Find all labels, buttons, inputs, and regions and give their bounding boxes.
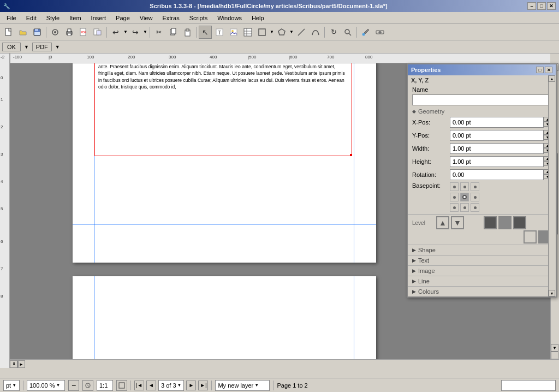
bezier-tool-button[interactable] [309,26,322,39]
shape-tool-button[interactable] [255,26,269,39]
status-sep-2 [130,381,131,390]
text-frame-1[interactable]: ante. Praesent faucibus dignissim enim. … [94,63,352,156]
paste-button[interactable] [181,26,194,39]
menu-help[interactable]: Help [247,14,269,22]
bp-topright[interactable] [471,182,479,191]
scroll-right-button[interactable]: ► [17,360,25,368]
colours-section[interactable]: ▶ Colours [408,286,556,296]
image-tool-button[interactable] [227,26,240,39]
props-scroll-track[interactable] [549,82,556,290]
zoom-fit-button[interactable] [82,380,93,391]
layer-combo[interactable]: My new layer ▼ [215,380,270,391]
props-scroll-down[interactable]: ▼ [549,290,555,296]
page-prev-button[interactable]: ◄ [146,381,156,390]
print-button[interactable] [63,26,76,39]
polygon-dropdown[interactable]: ▼ [289,26,294,39]
pdf-export-button[interactable] [91,26,104,39]
bp-topleft[interactable] [450,182,459,191]
menu-insert[interactable]: Insert [87,14,111,22]
level-sq-dark2[interactable] [513,216,526,229]
shape-section[interactable]: ▶ Shape [408,245,556,255]
svg-rect-7 [68,29,71,32]
height-value[interactable]: 1.00 pt [450,156,544,167]
page-display[interactable]: 3 of 3 ▼ [158,380,184,391]
undo-button[interactable]: ↩ [109,26,122,39]
menu-item[interactable]: Item [65,14,85,22]
open-button[interactable] [16,26,29,39]
zoom-combo[interactable]: 100.00 % ▼ [27,380,65,391]
menu-file[interactable]: File [2,14,21,22]
menu-style[interactable]: Style [42,14,64,22]
menu-view[interactable]: View [135,14,157,22]
bp-midright[interactable] [471,193,479,201]
menu-extras[interactable]: Extras [158,14,183,22]
page-next-button[interactable]: ► [186,381,196,390]
select-tool-button[interactable]: ↖ [199,26,212,39]
props-scroll-up[interactable]: ▲ [549,75,555,82]
ypos-value[interactable]: 0.00 pt [450,130,544,141]
xpos-value[interactable]: 0.00 pt [450,117,544,128]
name-input[interactable] [412,94,551,105]
zoom-full-button[interactable] [116,380,127,391]
bp-topmid[interactable] [460,182,469,191]
line-section[interactable]: ▶ Line [408,276,556,286]
ruler-scroll-corner [550,54,559,63]
mode-pdf-button[interactable]: PDF [32,43,52,51]
unit-combo[interactable]: pt ▼ [3,380,20,391]
close-button[interactable]: ✕ [547,2,556,10]
cut-button[interactable]: ✂ [152,26,165,39]
undo-dropdown[interactable]: ▼ [123,26,128,39]
scroll-thumb-h[interactable] [17,361,19,367]
text-frame-handle[interactable] [350,154,352,156]
level-down-button[interactable]: ▼ [451,216,464,229]
title-text: Scribus 1.3.3-8 - [/media/hdb1/FullCircl… [10,3,527,9]
bottom-scroll-row[interactable]: ◄ ⠿ ► [10,360,25,368]
mode-ok-button[interactable]: OK [2,43,21,51]
props-scrollbar[interactable]: ▲ ▼ [548,75,556,296]
level-sq-light[interactable] [524,230,537,243]
level-up-button[interactable]: ▲ [436,216,449,229]
rotation-value[interactable]: 0.00 [450,169,544,180]
copy-button[interactable] [166,26,180,39]
bp-botright[interactable] [471,203,479,212]
polygon-tool-button[interactable] [275,26,288,39]
link-button[interactable] [373,26,386,39]
image-section[interactable]: ▶ Image [408,265,556,276]
menu-edit[interactable]: Edit [22,14,41,22]
zoom-out-button[interactable]: − [68,380,79,391]
maximize-button[interactable]: □ [537,2,546,10]
page-last-button[interactable]: ►| [198,381,208,390]
redo-button[interactable]: ↪ [129,26,142,39]
table-tool-button[interactable] [241,26,254,39]
text-section[interactable]: ▶ Text [408,255,556,265]
shape-dropdown[interactable]: ▼ [270,26,274,39]
eyedrop-button[interactable] [359,26,372,39]
ratio-combo[interactable]: 1:1 [97,380,113,391]
line-tool-button[interactable] [295,26,308,39]
name-input-wrapper[interactable] [412,94,551,105]
bp-botleft[interactable] [450,203,459,212]
save-button[interactable] [31,26,44,39]
menu-page[interactable]: Page [111,14,134,22]
props-min-button[interactable]: □ [536,67,544,73]
menu-scripts[interactable]: Scripts [185,14,212,22]
level-sq-dark1[interactable] [484,216,497,229]
page-first-button[interactable]: |◄ [134,381,144,390]
level-sq-medium1[interactable] [498,216,512,229]
minimize-button[interactable]: – [527,2,536,10]
scroll-down-button[interactable]: ▼ [551,344,558,352]
bp-botmid[interactable] [460,203,469,212]
text-tool-button[interactable]: T [213,26,226,39]
page-2 [73,276,376,359]
rotate-button[interactable]: ↻ [327,26,340,39]
menu-windows[interactable]: Windows [213,14,246,22]
preflight-button[interactable] [49,26,62,39]
pdf-file-button[interactable]: PDF [77,26,90,39]
width-value[interactable]: 1.00 pt [450,143,544,154]
redo-dropdown[interactable]: ▼ [143,26,147,39]
bp-center[interactable] [460,193,469,201]
zoom-button[interactable] [341,26,354,39]
new-button[interactable] [2,26,15,39]
bp-midleft[interactable] [450,193,459,201]
props-close-button[interactable]: ✕ [545,67,552,73]
